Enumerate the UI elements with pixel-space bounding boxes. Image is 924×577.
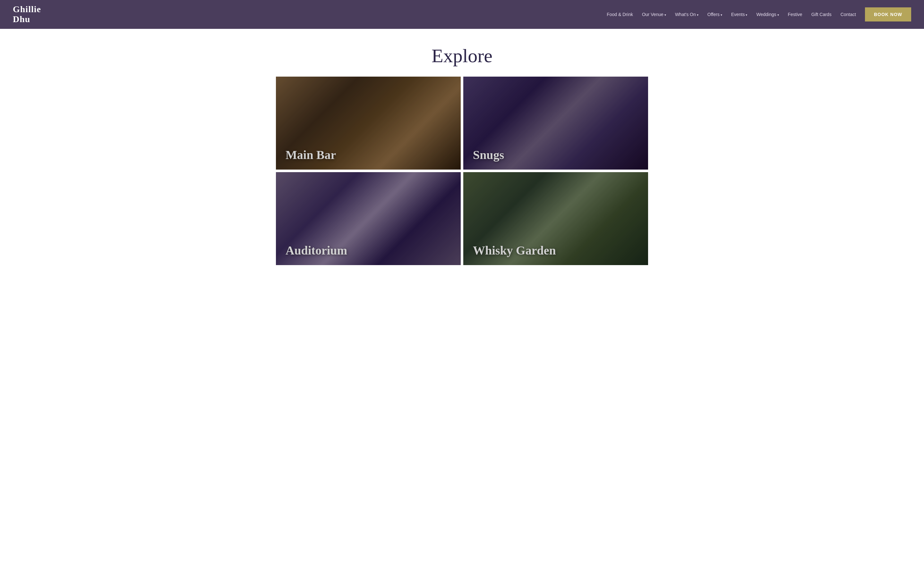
book-now-button[interactable]: BOOK NOW (865, 7, 911, 21)
nav-link[interactable]: Food & Drink (607, 12, 633, 17)
logo[interactable]: Ghillie Dhu (13, 5, 41, 24)
nav-link[interactable]: Contact (841, 12, 856, 17)
chevron-down-icon: ▾ (697, 13, 698, 17)
nav-link[interactable]: Our Venue▾ (642, 12, 666, 17)
grid-item-background: Snugs (463, 77, 648, 169)
chevron-down-icon: ▾ (777, 13, 779, 17)
grid-item-label: Snugs (473, 148, 504, 162)
grid-item[interactable]: Snugs (463, 77, 648, 169)
grid-item[interactable]: Main Bar (276, 77, 461, 169)
nav-item[interactable]: Contact (841, 11, 856, 17)
grid-item-background: Auditorium (276, 172, 461, 265)
nav-link[interactable]: What's On▾ (675, 12, 698, 17)
grid-item[interactable]: Whisky Garden (463, 172, 648, 265)
nav-link[interactable]: Gift Cards (811, 12, 832, 17)
nav-link[interactable]: Festive (788, 12, 803, 17)
chevron-down-icon: ▾ (720, 13, 722, 17)
main-nav: Ghillie Dhu Food & DrinkOur Venue▾What's… (0, 0, 924, 29)
nav-links: Food & DrinkOur Venue▾What's On▾Offers▾E… (607, 11, 856, 17)
nav-link[interactable]: Offers▾ (708, 12, 722, 17)
nav-link[interactable]: Events▾ (731, 12, 748, 17)
chevron-down-icon: ▾ (664, 13, 666, 17)
nav-item[interactable]: Food & Drink (607, 11, 633, 17)
logo-line1: Ghillie (13, 5, 41, 15)
explore-grid: Main BarSnugsAuditoriumWhisky Garden (270, 77, 654, 265)
grid-item-label: Whisky Garden (473, 243, 556, 258)
nav-link[interactable]: Weddings▾ (756, 12, 779, 17)
chevron-down-icon: ▾ (746, 13, 747, 17)
nav-item[interactable]: Offers▾ (708, 11, 722, 17)
grid-item-background: Main Bar (276, 77, 461, 169)
page-title: Explore (6, 45, 918, 67)
grid-item-label: Main Bar (286, 148, 336, 162)
grid-item[interactable]: Auditorium (276, 172, 461, 265)
grid-item-background: Whisky Garden (463, 172, 648, 265)
grid-item-label: Auditorium (286, 243, 347, 258)
nav-item[interactable]: Festive (788, 11, 803, 17)
nav-item[interactable]: Weddings▾ (756, 11, 779, 17)
nav-item[interactable]: Our Venue▾ (642, 11, 666, 17)
logo-line2: Dhu (13, 15, 41, 24)
nav-item[interactable]: Events▾ (731, 11, 748, 17)
nav-item[interactable]: What's On▾ (675, 11, 698, 17)
page-title-section: Explore (0, 29, 924, 77)
nav-item[interactable]: Gift Cards (811, 11, 832, 17)
